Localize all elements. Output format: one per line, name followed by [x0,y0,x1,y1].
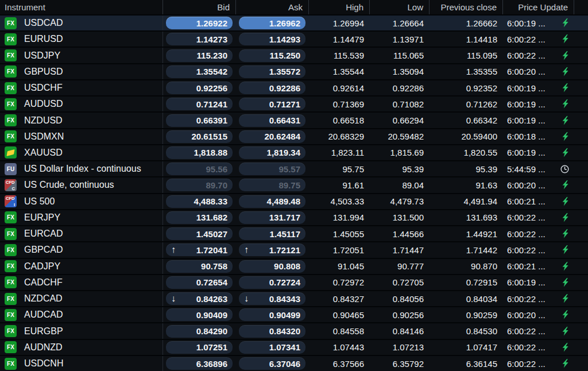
instrument-row[interactable]: FX FU CFDC CFDI USDCNH ↑ ↓ 6.36896 ↑ ↓ 6… [0,355,588,371]
bid-value: 1.35542 [196,67,227,76]
ask-button[interactable]: ↑ ↓ 1.14293 [239,33,305,45]
instrument-row[interactable]: FX FU CFDC CFDI USDMXN ↑ ↓ 20.61515 ↑ ↓ … [0,128,588,144]
instrument-row[interactable]: FX FU CFDC CFDI USDCHF ↑ ↓ 0.92256 ↑ ↓ 0… [0,79,588,95]
column-header-bid[interactable]: Bid [163,0,236,14]
column-header-price-update[interactable]: Price Update [503,0,574,14]
instrument-row[interactable]: FX FU CFDC CFDI GBPUSD ↑ ↓ 1.35542 ↑ ↓ 1… [0,63,588,79]
bid-button[interactable]: ↑ ↓ 131.682 [166,211,233,224]
instrument-cell[interactable]: FX FU CFDC CFDI NZDUSD [0,113,163,127]
bid-button[interactable]: ↑ ↓ 115.230 [166,49,233,62]
instrument-row[interactable]: FX FU CFDC CFDI XAUUSD ↑ ↓ 1,818.88 ↑ ↓ … [0,144,588,160]
ask-button[interactable]: ↑ ↓ 115.250 [239,49,305,62]
ask-button[interactable]: ↑ ↓ 4,489.48 [239,195,305,208]
bid-button[interactable]: ↑ ↓ 90.758 [166,260,233,273]
column-header-previous-close[interactable]: Previous close [430,0,503,14]
ask-button[interactable]: ↑ ↓ 0.90499 [239,308,305,321]
instrument-cell[interactable]: FX FU CFDC CFDI CADJPY [0,259,163,274]
instrument-cell[interactable]: FX FU CFDC CFDI USDCNH [0,356,163,371]
instrument-row[interactable]: FX FU CFDC CFDI USDJPY ↑ ↓ 115.230 ↑ ↓ 1… [0,47,588,63]
instrument-cell[interactable]: FX FU CFDC CFDI XAUUSD [0,145,163,160]
ask-button[interactable]: ↑ ↓ 1.26962 [239,17,305,29]
ask-button[interactable]: ↑ ↓ 131.717 [239,211,305,224]
bid-value: 0.84290 [196,326,227,336]
ask-button[interactable]: ↑ ↓ 90.808 [239,260,305,273]
bid-button[interactable]: ↑ ↓ 1.14273 [166,33,233,45]
ask-button[interactable]: ↑ ↓ 0.92286 [239,82,305,94]
instrument-cell[interactable]: FX FU CFDC CFDI USDMXN [0,129,163,144]
column-header-ask[interactable]: Ask [236,0,309,14]
instrument-cell[interactable]: FX FU CFDC CFDI USDCHF [0,80,163,95]
instrument-row[interactable]: FX FU CFDC CFDI AUDUSD ↑ ↓ 0.71241 ↑ ↓ 0… [0,95,588,111]
instrument-cell[interactable]: FX FU CFDC CFDI EURJPY [0,210,163,225]
ask-button[interactable]: ↑ ↓ 0.71271 [239,98,305,110]
bid-button[interactable]: ↑ ↓ 0.72654 [166,276,233,289]
bid-button[interactable]: ↑ ↓ 6.36896 [166,357,233,370]
ask-button[interactable]: ↑ ↓ 6.37046 [239,357,305,370]
bid-button[interactable]: ↑ ↓ 1,818.88 [166,146,233,159]
instrument-cell[interactable]: FX FU CFDC CFDI GBPCAD [0,242,163,257]
instrument-row[interactable]: FX FU CFDC CFDI US Crude, continuous ↑ ↓… [0,176,588,192]
instrument-cell[interactable]: FX FU CFDC CFDI EURCAD [0,226,163,241]
bid-button[interactable]: ↑ ↓ 1.07251 [166,341,233,354]
instrument-cell[interactable]: FX FU CFDC CFDI USDCAD [0,16,163,30]
instrument-cell[interactable]: FX FU CFDC CFDI AUDNZD [0,340,163,355]
bid-button[interactable]: ↑ ↓ 95.56 [166,163,233,175]
instrument-cell[interactable]: FX FU CFDC CFDI US 500 [0,194,163,209]
ask-button[interactable]: ↑ ↓ 95.57 [239,163,305,175]
instrument-row[interactable]: FX FU CFDC CFDI CADJPY ↑ ↓ 90.758 ↑ ↓ 90… [0,258,588,274]
instrument-row[interactable]: FX FU CFDC CFDI US Dollar Index - contin… [0,160,588,176]
bid-button[interactable]: ↑ ↓ 0.84290 [166,325,233,338]
instrument-row[interactable]: FX FU CFDC CFDI AUDCAD ↑ ↓ 0.90409 ↑ ↓ 0… [0,306,588,322]
ask-button[interactable]: ↑ ↓ 89.75 [239,179,305,191]
instrument-row[interactable]: FX FU CFDC CFDI NZDCAD ↑ ↓ 0.84263 ↑ ↓ 0… [0,290,588,306]
bid-button[interactable]: ↑ ↓ 4,488.33 [166,195,233,208]
column-header-high[interactable]: High [309,0,370,14]
bid-button[interactable]: ↑ ↓ 0.84263 [166,292,233,305]
bid-button[interactable]: ↑ ↓ 1.72041 [166,244,233,256]
bid-button[interactable]: ↑ ↓ 20.61515 [166,130,233,143]
instrument-row[interactable]: FX FU CFDC CFDI GBPCAD ↑ ↓ 1.72041 ↑ ↓ 1… [0,241,588,257]
instrument-row[interactable]: FX FU CFDC CFDI EURCAD ↑ ↓ 1.45027 ↑ ↓ 1… [0,225,588,241]
column-header-instrument[interactable]: Instrument [0,0,163,14]
ask-button[interactable]: ↑ ↓ 20.62484 [239,130,305,143]
ask-button[interactable]: ↑ ↓ 0.84343 [239,292,305,305]
instrument-cell[interactable]: FX FU CFDC CFDI AUDUSD [0,96,163,111]
instrument-row[interactable]: FX FU CFDC CFDI CADCHF ↑ ↓ 0.72654 ↑ ↓ 0… [0,274,588,290]
ask-button[interactable]: ↑ ↓ 1.45117 [239,227,305,240]
bid-button[interactable]: ↑ ↓ 0.71241 [166,98,233,110]
instrument-cell[interactable]: FX FU CFDC CFDI CADCHF [0,275,163,290]
instrument-cell[interactable]: FX FU CFDC CFDI USDJPY [0,48,163,63]
ask-button[interactable]: ↑ ↓ 1.72121 [239,244,305,256]
instrument-cell[interactable]: FX FU CFDC CFDI GBPUSD [0,64,163,79]
bid-button[interactable]: ↑ ↓ 0.90409 [166,308,233,321]
column-header-low[interactable]: Low [370,0,430,14]
instrument-cell[interactable]: FX FU CFDC CFDI EURGBP [0,323,163,338]
bid-button[interactable]: ↑ ↓ 1.26922 [166,17,233,29]
instrument-cell[interactable]: FX FU CFDC CFDI US Crude, continuous [0,177,163,192]
instrument-row[interactable]: FX FU CFDC CFDI EURJPY ↑ ↓ 131.682 ↑ ↓ 1… [0,209,588,225]
ask-value: 0.72724 [269,277,300,287]
ask-button[interactable]: ↑ ↓ 0.66431 [239,114,305,127]
instrument-cell[interactable]: FX FU CFDC CFDI NZDCAD [0,291,163,306]
instrument-cell[interactable]: FX FU CFDC CFDI EURUSD [0,32,163,47]
ask-button[interactable]: ↑ ↓ 1,819.34 [239,146,305,159]
instrument-row[interactable]: FX FU CFDC CFDI EURUSD ↑ ↓ 1.14273 ↑ ↓ 1… [0,30,588,47]
instrument-row[interactable]: FX FU CFDC CFDI USDCAD ↑ ↓ 1.26922 ↑ ↓ 1… [0,14,588,30]
ask-button[interactable]: ↑ ↓ 1.35572 [239,65,305,78]
ask-button[interactable]: ↑ ↓ 0.84320 [239,325,305,338]
instrument-row[interactable]: FX FU CFDC CFDI NZDUSD ↑ ↓ 0.66391 ↑ ↓ 0… [0,111,588,127]
instrument-name: XAUUSD [24,148,63,158]
bid-button[interactable]: ↑ ↓ 1.35542 [166,65,233,78]
bid-button[interactable]: ↑ ↓ 0.66391 [166,114,233,127]
instrument-cell[interactable]: FX FU CFDC CFDI AUDCAD [0,307,163,322]
previous-close-value: 6.36145 [430,359,503,369]
bid-button[interactable]: ↑ ↓ 0.92256 [166,82,233,94]
bid-button[interactable]: ↑ ↓ 1.45027 [166,227,233,240]
bid-button[interactable]: ↑ ↓ 89.70 [166,179,233,191]
ask-button[interactable]: ↑ ↓ 1.07341 [239,341,305,354]
instrument-cell[interactable]: FX FU CFDC CFDI US Dollar Index - contin… [0,161,163,176]
instrument-row[interactable]: FX FU CFDC CFDI US 500 ↑ ↓ 4,488.33 ↑ ↓ … [0,193,588,209]
instrument-row[interactable]: FX FU CFDC CFDI AUDNZD ↑ ↓ 1.07251 ↑ ↓ 1… [0,339,588,355]
ask-button[interactable]: ↑ ↓ 0.72724 [239,276,305,289]
instrument-row[interactable]: FX FU CFDC CFDI EURGBP ↑ ↓ 0.84290 ↑ ↓ 0… [0,322,588,338]
